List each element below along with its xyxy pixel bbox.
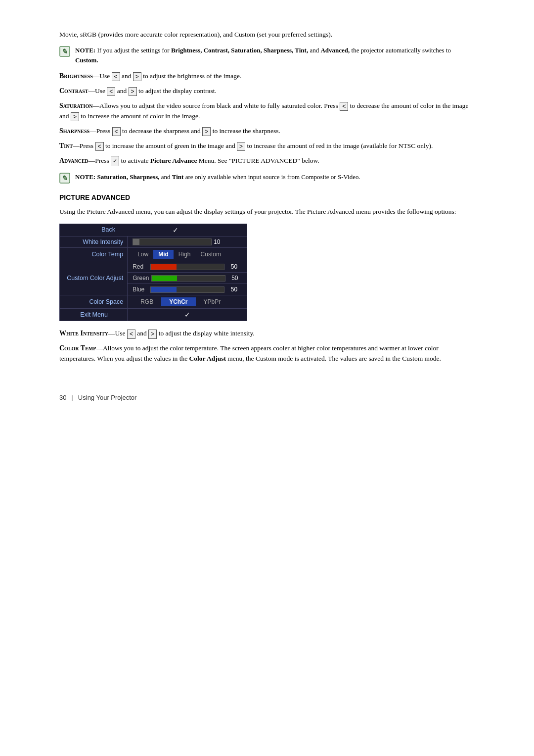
colorspace-rgb: RGB (133, 297, 161, 306)
term-tint: Tint—Press < to increase the amount of g… (59, 141, 475, 151)
color-temp-label: Color Temp (60, 248, 128, 261)
btn-sharpness-left: < (112, 127, 121, 136)
page-number: 30 (59, 394, 66, 401)
intensity-bar-bg (133, 238, 212, 245)
intensity-value: 10 (214, 238, 220, 245)
page-footer: 30 | Using Your Projector (59, 394, 475, 401)
note-box-2: ✎ NOTE: Saturation, Sharpness, and Tint … (59, 172, 475, 184)
green-bar-cell: Green 50 (128, 273, 247, 284)
term-white-intensity: White Intensity—Use < and > to adjust th… (59, 328, 475, 339)
colorspace-ychcr: YChCr (161, 297, 195, 306)
picture-advanced-section: PICTURE ADVANCED Using the Picture Advan… (59, 192, 475, 364)
btn-saturation-right: > (71, 112, 79, 121)
svg-text:✎: ✎ (61, 174, 67, 182)
colorspace-ypbpr: YPbPr (196, 297, 229, 306)
footer-separator: | (71, 394, 73, 401)
blue-label: Blue (133, 286, 148, 293)
intensity-bar-outer: 10 (133, 238, 242, 245)
btn-wi-left: < (127, 330, 135, 338)
btn-saturation-left: < (340, 102, 348, 111)
table-row-white-intensity: White Intensity 10 (60, 236, 247, 248)
note-text-1: NOTE: If you adjust the settings for Bri… (75, 46, 475, 65)
note-text-2: NOTE: Saturation, Sharpness, and Tint ar… (75, 172, 360, 182)
color-temp-low: Low (133, 250, 153, 259)
blue-bar-bg (150, 286, 224, 293)
colorspace-cell: RGB YChCr YPbPr (128, 295, 247, 309)
blue-bar-fill (151, 287, 177, 292)
white-intensity-cell: 10 (128, 236, 247, 248)
table-row-color-temp: Color Temp Low Mid High Custom (60, 248, 247, 261)
white-intensity-label: White Intensity (60, 236, 128, 248)
color-temp-high: High (174, 250, 196, 259)
red-bar-row: Red 50 (133, 263, 242, 270)
term-advanced: Advanced—Press ✓ to activate Picture Adv… (59, 155, 475, 166)
green-bar-row: Green 50 (133, 275, 242, 282)
red-bar-bg (150, 264, 224, 270)
page-content: Movie, sRGB (provides more accurate colo… (59, 30, 475, 401)
term-sharpness: Sharpness—Press < to decrease the sharpn… (59, 126, 475, 137)
table-row-back: Back ✓ (60, 224, 247, 236)
btn-contrast-left: < (107, 87, 115, 96)
table-row-custom-color-adjust: Custom Color Adjust Red 50 (60, 261, 247, 273)
color-temp-options: Low Mid High Custom (133, 250, 242, 259)
menu-table-wrapper: Back ✓ White Intensity 10 (59, 224, 475, 321)
picture-advanced-heading: PICTURE ADVANCED (59, 192, 475, 203)
blue-value: 50 (226, 286, 237, 293)
red-value: 50 (226, 263, 237, 270)
back-label: Back (75, 226, 119, 233)
menu-table: Back ✓ White Intensity 10 (59, 224, 247, 321)
footer-text: Using Your Projector (78, 394, 137, 401)
green-bar-fill (152, 276, 178, 281)
btn-advanced-check: ✓ (111, 156, 119, 166)
table-row-exit: Exit Menu ✓ (60, 309, 247, 321)
color-temp-cell: Low Mid High Custom (128, 248, 247, 261)
color-space-label: Color Space (60, 295, 128, 309)
green-bar-bg (151, 275, 225, 282)
green-value: 50 (227, 275, 238, 282)
term-saturation: Saturation—Allows you to adjust the vide… (59, 100, 475, 122)
green-label: Green (133, 275, 149, 282)
btn-tint-right: > (237, 142, 245, 151)
intro-paragraph: Movie, sRGB (provides more accurate colo… (59, 30, 475, 40)
btn-contrast-right: > (129, 87, 137, 96)
colorspace-options: RGB YChCr YPbPr (133, 297, 242, 306)
picture-advanced-intro: Using the Picture Advanced menu, you can… (59, 207, 475, 217)
svg-text:✎: ✎ (61, 47, 67, 55)
color-temp-mid: Mid (153, 250, 174, 259)
note-icon-2: ✎ (59, 173, 70, 184)
term-brightness: Brightness—Use < and > to adjust the bri… (59, 71, 475, 82)
btn-wi-right: > (148, 330, 157, 338)
term-color-temp-desc: Color Temp—Allows you to adjust the colo… (59, 343, 475, 364)
term-contrast: Contrast—Use < and > to adjust the displ… (59, 86, 475, 96)
table-row-color-space: Color Space RGB YChCr YPbPr (60, 295, 247, 309)
note-icon-1: ✎ (59, 46, 70, 57)
exit-checkmark-cell: ✓ (128, 309, 247, 321)
btn-brightness-left: < (112, 72, 120, 81)
intensity-bar-fill (133, 239, 139, 245)
blue-bar-cell: Blue 50 (128, 284, 247, 295)
red-bar-cell: Red 50 (128, 261, 247, 273)
red-label: Red (133, 263, 148, 270)
exit-label: Exit Menu (60, 309, 128, 321)
btn-tint-left: < (95, 142, 104, 151)
blue-bar-row: Blue 50 (133, 286, 242, 293)
exit-checkmark: ✓ (184, 311, 190, 319)
btn-brightness-right: > (133, 72, 141, 81)
red-bar-fill (151, 264, 177, 270)
color-temp-custom: Custom (196, 250, 226, 259)
note-box-1: ✎ NOTE: If you adjust the settings for B… (59, 46, 475, 65)
custom-color-adjust-label: Custom Color Adjust (60, 261, 128, 295)
btn-sharpness-right: > (202, 127, 211, 136)
